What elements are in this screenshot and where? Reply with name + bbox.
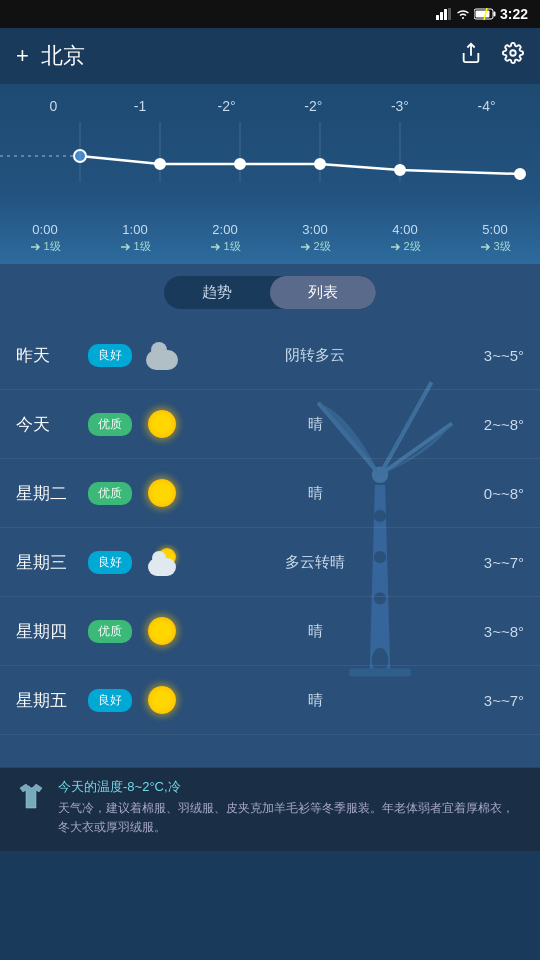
temp-thu: 3~~8° bbox=[444, 623, 524, 640]
temp-5: -4° bbox=[457, 98, 517, 114]
weather-desc-fri: 晴 bbox=[186, 691, 444, 710]
time-label-5: 5:00 bbox=[482, 222, 507, 237]
time-wind-2:00: 2:00 1级 bbox=[209, 222, 240, 254]
weather-desc-wed: 多云转晴 bbox=[186, 553, 444, 572]
weather-icon-thu bbox=[142, 611, 182, 651]
day-today: 今天 bbox=[16, 413, 88, 436]
time-wind-3:00: 3:00 2级 bbox=[299, 222, 330, 254]
toggle-row: 趋势 列表 bbox=[0, 264, 540, 321]
temp-wed: 3~~7° bbox=[444, 554, 524, 571]
temp-labels: 0 -1 -2° -2° -3° -4° bbox=[0, 92, 540, 114]
weather-icon-yesterday bbox=[142, 335, 182, 375]
wind-2: 1级 bbox=[209, 239, 240, 254]
svg-rect-3 bbox=[448, 8, 451, 20]
weather-desc-yesterday: 阴转多云 bbox=[186, 346, 444, 365]
svg-point-9 bbox=[510, 50, 516, 56]
bottom-tip: 今天的温度-8~2°C,冷 天气冷，建议着棉服、羽绒服、皮夹克加羊毛衫等冬季服装… bbox=[0, 767, 540, 851]
spacer bbox=[0, 735, 540, 767]
weather-icon-wed bbox=[142, 542, 182, 582]
weather-icon-today bbox=[142, 404, 182, 444]
header-right bbox=[460, 42, 524, 70]
air-badge-wed: 良好 bbox=[88, 551, 132, 574]
time-label-1: 1:00 bbox=[122, 222, 147, 237]
temp-2: -2° bbox=[197, 98, 257, 114]
day-tue: 星期二 bbox=[16, 482, 88, 505]
day-yesterday: 昨天 bbox=[16, 344, 88, 367]
header-left: + 北京 bbox=[16, 41, 85, 71]
svg-point-16 bbox=[515, 169, 525, 179]
weather-row-yesterday[interactable]: 昨天 良好 阴转多云 3~~5° bbox=[0, 321, 540, 390]
temp-1: -1 bbox=[110, 98, 170, 114]
tip-text: 天气冷，建议着棉服、羽绒服、皮夹克加羊毛衫等冬季服装。年老体弱者宜着厚棉衣，冬大… bbox=[58, 799, 524, 837]
toggle-group: 趋势 列表 bbox=[164, 276, 376, 309]
svg-rect-6 bbox=[493, 12, 495, 17]
clothing-icon bbox=[16, 780, 46, 819]
share-button[interactable] bbox=[460, 42, 482, 70]
weather-row-today[interactable]: 今天 优质 晴 2~~8° bbox=[0, 390, 540, 459]
temp-yesterday: 3~~5° bbox=[444, 347, 524, 364]
status-icons: 3:22 bbox=[436, 6, 528, 22]
weather-icon-fri bbox=[142, 680, 182, 720]
temp-fri: 3~~7° bbox=[444, 692, 524, 709]
time-wind-0:00: 0:00 1级 bbox=[29, 222, 60, 254]
wind-1: 1级 bbox=[119, 239, 150, 254]
weather-desc-tue: 晴 bbox=[186, 484, 444, 503]
time-label-0: 0:00 bbox=[32, 222, 57, 237]
air-badge-yesterday: 良好 bbox=[88, 344, 132, 367]
settings-button[interactable] bbox=[502, 42, 524, 70]
svg-rect-5 bbox=[475, 11, 489, 18]
toggle-trend-button[interactable]: 趋势 bbox=[164, 276, 270, 309]
time-wind-5:00: 5:00 3级 bbox=[479, 222, 510, 254]
time-label-3: 3:00 bbox=[302, 222, 327, 237]
time-label-2: 2:00 bbox=[212, 222, 237, 237]
temp-tue: 0~~8° bbox=[444, 485, 524, 502]
wifi-icon bbox=[456, 8, 470, 20]
temp-today: 2~~8° bbox=[444, 416, 524, 433]
air-badge-thu: 优质 bbox=[88, 620, 132, 643]
time-wind-1:00: 1:00 1级 bbox=[119, 222, 150, 254]
toggle-list-button[interactable]: 列表 bbox=[270, 276, 376, 309]
header: + 北京 bbox=[0, 28, 540, 84]
temp-4: -3° bbox=[370, 98, 430, 114]
weather-row-thu[interactable]: 星期四 优质 晴 3~~8° bbox=[0, 597, 540, 666]
tip-title: 今天的温度-8~2°C,冷 bbox=[58, 778, 524, 796]
add-city-button[interactable]: + bbox=[16, 43, 29, 69]
time-label-4: 4:00 bbox=[392, 222, 417, 237]
air-badge-fri: 良好 bbox=[88, 689, 132, 712]
air-badge-today: 优质 bbox=[88, 413, 132, 436]
wind-0: 1级 bbox=[29, 239, 60, 254]
city-name: 北京 bbox=[41, 41, 85, 71]
battery-icon bbox=[474, 8, 496, 20]
weather-desc-today: 晴 bbox=[186, 415, 444, 434]
air-badge-tue: 优质 bbox=[88, 482, 132, 505]
svg-rect-0 bbox=[436, 15, 439, 20]
tip-content: 今天的温度-8~2°C,冷 天气冷，建议着棉服、羽绒服、皮夹克加羊毛衫等冬季服装… bbox=[58, 778, 524, 837]
temp-3: -2° bbox=[283, 98, 343, 114]
day-wed: 星期三 bbox=[16, 551, 88, 574]
svg-rect-1 bbox=[440, 12, 443, 20]
weather-list: 昨天 良好 阴转多云 3~~5° 今天 优质 晴 2~~8° 星期二 优质 晴 … bbox=[0, 321, 540, 735]
temp-0: 0 bbox=[23, 98, 83, 114]
status-bar: 3:22 bbox=[0, 0, 540, 28]
svg-rect-2 bbox=[444, 9, 447, 20]
time-wind-row: 0:00 1级 1:00 1级 2:00 1级 3:00 2级 bbox=[0, 222, 540, 254]
chart-svg bbox=[0, 112, 540, 196]
day-fri: 星期五 bbox=[16, 689, 88, 712]
weather-icon-tue bbox=[142, 473, 182, 513]
weather-desc-thu: 晴 bbox=[186, 622, 444, 641]
wind-4: 2级 bbox=[389, 239, 420, 254]
signal-icon bbox=[436, 8, 452, 20]
wind-3: 2级 bbox=[299, 239, 330, 254]
status-time: 3:22 bbox=[500, 6, 528, 22]
weather-row-wed[interactable]: 星期三 良好 多云转晴 3~~7° bbox=[0, 528, 540, 597]
time-wind-4:00: 4:00 2级 bbox=[389, 222, 420, 254]
day-thu: 星期四 bbox=[16, 620, 88, 643]
chart-area: 0 -1 -2° -2° -3° -4° bbox=[0, 84, 540, 264]
weather-row-tue[interactable]: 星期二 优质 晴 0~~8° bbox=[0, 459, 540, 528]
wind-5: 3级 bbox=[479, 239, 510, 254]
weather-row-fri[interactable]: 星期五 良好 晴 3~~7° bbox=[0, 666, 540, 735]
